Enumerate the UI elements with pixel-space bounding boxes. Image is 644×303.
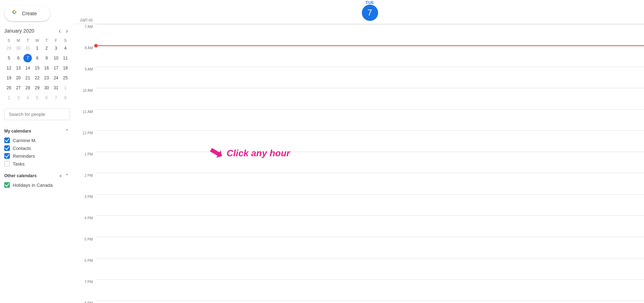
calendar-checkbox[interactable] <box>4 145 10 151</box>
mini-cal-header: January 2020 ‹ › <box>4 27 70 35</box>
time-row[interactable]: 6 PM <box>74 258 644 279</box>
time-row[interactable]: 9 AM <box>74 67 644 88</box>
mini-cal-day[interactable]: 28 <box>23 83 33 93</box>
calendar-checkbox[interactable] <box>4 182 10 188</box>
time-row[interactable]: 5 PM <box>74 237 644 258</box>
time-grid-scroll[interactable]: 7 AM8 AM9 AM10 AM11 AM12 PM1 PM2 PM3 PM4… <box>74 24 644 303</box>
mini-cal-day[interactable]: 7 <box>23 53 33 63</box>
mini-cal-day[interactable]: 7 <box>51 93 61 103</box>
mini-cal-day[interactable]: 16 <box>42 63 51 73</box>
mini-cal-day[interactable]: 5 <box>33 93 42 103</box>
time-row[interactable]: 3 PM <box>74 194 644 215</box>
time-row[interactable]: 10 AM <box>74 88 644 109</box>
time-slot[interactable] <box>96 45 644 67</box>
time-slot[interactable] <box>96 152 644 173</box>
time-row[interactable]: 1 PM <box>74 152 644 173</box>
mini-cal-day[interactable]: 22 <box>33 73 42 83</box>
mini-cal-day[interactable]: 25 <box>61 73 70 83</box>
my-calendar-item[interactable]: Tasks <box>3 160 72 168</box>
my-calendars-title: My calendars <box>4 129 64 134</box>
time-slot[interactable] <box>96 194 644 215</box>
other-calendars-collapse[interactable]: ⌃ <box>64 172 70 180</box>
time-row[interactable]: 7 PM <box>74 279 644 301</box>
other-calendar-item[interactable]: Holidays in Canada <box>3 181 72 189</box>
time-row[interactable]: 8 PM <box>74 301 644 303</box>
create-button[interactable]: Create <box>4 6 50 21</box>
my-calendar-item[interactable]: Carmine M. <box>3 136 72 144</box>
other-calendars-header[interactable]: Other calendars + ⌃ <box>3 170 72 181</box>
calendar-checkbox[interactable] <box>4 138 10 143</box>
mini-cal-day[interactable]: 3 <box>14 93 23 103</box>
time-slot[interactable] <box>96 109 644 130</box>
mini-cal-day[interactable]: 1 <box>33 43 42 53</box>
mini-cal-day[interactable]: 5 <box>4 53 14 63</box>
day-label: TUE <box>366 0 374 5</box>
mini-cal-day[interactable]: 10 <box>51 53 61 63</box>
time-slot[interactable] <box>96 237 644 258</box>
mini-cal-day[interactable]: 3 <box>51 43 61 53</box>
time-row[interactable]: 11 AM <box>74 109 644 130</box>
mini-cal-day[interactable]: 1 <box>61 83 70 93</box>
search-people-input[interactable] <box>4 108 70 120</box>
time-slot[interactable] <box>96 258 644 279</box>
calendar-checkbox[interactable] <box>4 153 10 159</box>
mini-cal-prev[interactable]: ‹ <box>57 27 63 35</box>
mini-cal-day[interactable]: 14 <box>23 63 33 73</box>
mini-cal-day[interactable]: 8 <box>33 53 42 63</box>
other-calendars-title: Other calendars <box>4 173 58 178</box>
time-slot[interactable] <box>96 130 644 152</box>
day-number[interactable]: 7 <box>362 5 378 21</box>
mini-cal-day[interactable]: 12 <box>4 63 14 73</box>
my-calendars-header[interactable]: My calendars ⌃ <box>3 126 72 136</box>
mini-cal-day[interactable]: 27 <box>14 83 23 93</box>
my-calendar-item[interactable]: Reminders <box>3 152 72 160</box>
my-calendars-list: Carmine M.ContactsRemindersTasks <box>3 136 72 168</box>
mini-cal-dow: M <box>14 38 23 43</box>
mini-cal-day[interactable]: 13 <box>14 63 23 73</box>
time-slot[interactable] <box>96 88 644 109</box>
day-header: GMT-05 TUE 7 <box>74 0 644 24</box>
mini-cal-next[interactable]: › <box>64 27 70 35</box>
mini-cal-day[interactable]: 4 <box>61 43 70 53</box>
mini-cal-day[interactable]: 29 <box>33 83 42 93</box>
mini-cal-day[interactable]: 20 <box>14 73 23 83</box>
mini-cal-day[interactable]: 30 <box>14 43 23 53</box>
mini-cal-day[interactable]: 30 <box>42 83 51 93</box>
time-slot[interactable] <box>96 301 644 303</box>
mini-cal-day[interactable]: 15 <box>33 63 42 73</box>
calendar-item-label: Holidays in Canada <box>13 183 53 188</box>
mini-cal-day[interactable]: 31 <box>23 43 33 53</box>
my-calendars-collapse[interactable]: ⌃ <box>64 127 70 135</box>
mini-cal-day[interactable]: 26 <box>4 83 14 93</box>
time-row[interactable]: 4 PM <box>74 215 644 237</box>
time-slot[interactable] <box>96 173 644 194</box>
my-calendar-item[interactable]: Contacts <box>3 144 72 152</box>
mini-cal-day[interactable]: 11 <box>61 53 70 63</box>
mini-cal-day[interactable]: 17 <box>51 63 61 73</box>
add-other-calendar[interactable]: + <box>58 172 63 180</box>
time-slot[interactable] <box>96 67 644 88</box>
mini-cal-day[interactable]: 2 <box>42 43 51 53</box>
time-row[interactable]: 12 PM <box>74 130 644 152</box>
mini-cal-day[interactable]: 31 <box>51 83 61 93</box>
mini-cal-day[interactable]: 21 <box>23 73 33 83</box>
mini-cal-day[interactable]: 6 <box>14 53 23 63</box>
calendar-checkbox[interactable] <box>4 161 10 167</box>
mini-cal-day[interactable]: 9 <box>42 53 51 63</box>
mini-cal-day[interactable]: 18 <box>61 63 70 73</box>
time-slot[interactable] <box>96 24 644 45</box>
mini-cal-day[interactable]: 24 <box>51 73 61 83</box>
mini-cal-day[interactable]: 2 <box>4 93 14 103</box>
mini-cal-day[interactable]: 4 <box>23 93 33 103</box>
mini-cal-day[interactable]: 6 <box>42 93 51 103</box>
time-row[interactable]: 2 PM <box>74 173 644 194</box>
mini-cal-day[interactable]: 29 <box>4 43 14 53</box>
mini-cal-day[interactable]: 8 <box>61 93 70 103</box>
time-slot[interactable] <box>96 279 644 301</box>
time-label: 8 AM <box>74 45 96 67</box>
time-row[interactable]: 7 AM <box>74 24 644 45</box>
mini-cal-day[interactable]: 23 <box>42 73 51 83</box>
time-slot[interactable] <box>96 215 644 237</box>
mini-cal-day[interactable]: 19 <box>4 73 14 83</box>
time-row[interactable]: 8 AM <box>74 45 644 67</box>
